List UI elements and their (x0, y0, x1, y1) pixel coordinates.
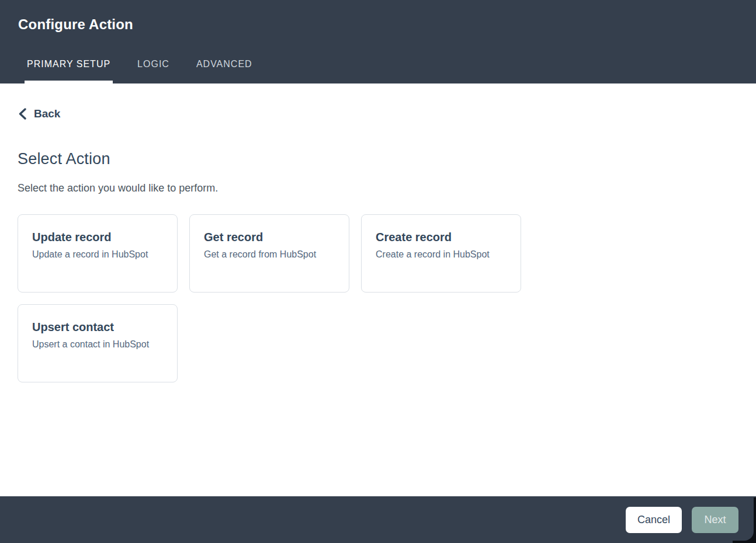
card-description: Upsert a contact in HubSpot (32, 339, 163, 350)
action-card-get-record[interactable]: Get record Get a record from HubSpot (189, 214, 349, 293)
cancel-button[interactable]: Cancel (626, 507, 682, 533)
card-description: Update a record in HubSpot (32, 249, 163, 260)
panel-footer: Cancel Next (0, 496, 756, 543)
action-card-create-record[interactable]: Create record Create a record in HubSpot (361, 214, 521, 293)
card-title: Upsert contact (32, 321, 163, 334)
tab-primary-setup[interactable]: PRIMARY SETUP (25, 59, 113, 83)
panel-title: Configure Action (18, 16, 756, 33)
next-button[interactable]: Next (692, 507, 738, 533)
tab-logic[interactable]: LOGIC (135, 59, 172, 83)
card-title: Update record (32, 231, 163, 244)
card-description: Get a record from HubSpot (204, 249, 335, 260)
tab-advanced[interactable]: ADVANCED (194, 59, 255, 83)
configure-action-panel: Configure Action PRIMARY SETUP LOGIC ADV… (0, 0, 756, 543)
panel-header: Configure Action PRIMARY SETUP LOGIC ADV… (0, 0, 756, 83)
back-label: Back (34, 107, 60, 120)
panel-body: Back Select Action Select the action you… (0, 83, 756, 382)
footer-buttons: Cancel Next (626, 496, 738, 543)
tab-bar: PRIMARY SETUP LOGIC ADVANCED (0, 59, 756, 83)
chevron-left-icon (18, 108, 27, 120)
action-card-update-record[interactable]: Update record Update a record in HubSpot (18, 214, 178, 293)
card-description: Create a record in HubSpot (376, 249, 507, 260)
card-title: Get record (204, 231, 335, 244)
action-card-grid: Update record Update a record in HubSpot… (18, 214, 532, 382)
back-button[interactable]: Back (18, 107, 60, 120)
card-title: Create record (376, 231, 507, 244)
page-title: Select Action (18, 150, 738, 168)
action-card-upsert-contact[interactable]: Upsert contact Upsert a contact in HubSp… (18, 304, 178, 382)
page-description: Select the action you would like to perf… (18, 182, 738, 194)
